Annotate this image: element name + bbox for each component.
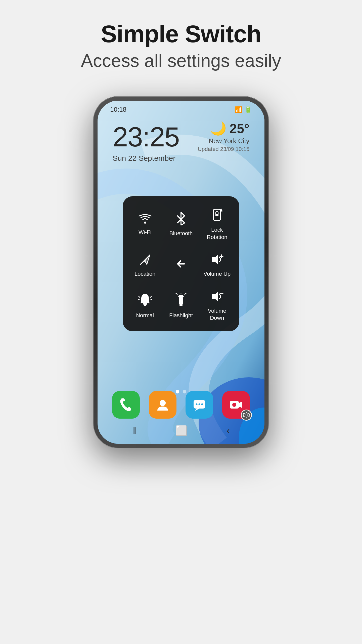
volume-down-label: Volume Down [202, 307, 232, 322]
weather-widget: 🌙 25° New York City Updated 23/09 10:15 [198, 121, 249, 152]
app-contacts[interactable] [149, 391, 176, 419]
quick-controls-panel: Wi-Fi Bluetooth [123, 196, 239, 331]
svg-point-20 [160, 400, 166, 406]
volume-up-icon [210, 253, 224, 268]
normal-bell-icon [138, 293, 152, 309]
weather-city: New York City [198, 137, 249, 145]
nav-home[interactable]: ⬜ [175, 425, 187, 436]
wifi-icon [138, 213, 152, 226]
svg-line-16 [176, 293, 177, 294]
signal-icon: 📶 [235, 106, 242, 113]
volume-up-label: Volume Up [204, 270, 231, 278]
status-bar: 10:18 📶 🔋 [98, 101, 264, 116]
bluetooth-icon [176, 211, 186, 227]
normal-label: Normal [136, 312, 154, 319]
location-icon [139, 253, 151, 268]
flashlight-icon [175, 293, 187, 309]
status-time: 10:18 [110, 106, 126, 113]
quick-normal[interactable]: Normal [128, 284, 162, 326]
flashlight-label: Flashlight [169, 312, 193, 319]
svg-line-12 [150, 296, 151, 297]
page-header: Simple Switch Access all settings easily [81, 20, 281, 71]
nav-back[interactable]: ‹ [227, 425, 230, 436]
moon-icon: 🌙 [210, 121, 227, 136]
quick-volume-down[interactable]: Volume Down [200, 284, 234, 326]
svg-rect-18 [179, 304, 183, 306]
svg-point-26 [232, 403, 236, 407]
battery-icon: 🔋 [244, 106, 252, 113]
dock-apps [108, 391, 254, 419]
app-phone[interactable] [112, 391, 140, 419]
phone-shell: 10:18 📶 🔋 23:25 Sun 22 September 🌙 25° N… [93, 96, 269, 448]
lock-rotation-label: Lock Rotation [202, 226, 232, 241]
svg-rect-6 [215, 214, 218, 216]
bottom-nav-bar: ⦀ ⬜ ‹ [98, 425, 264, 436]
quick-flashlight[interactable]: Flashlight [164, 284, 198, 326]
bluetooth-label: Bluetooth [169, 230, 193, 237]
status-icons: 📶 🔋 [235, 106, 252, 113]
svg-point-24 [201, 404, 203, 405]
main-title: Simple Switch [81, 20, 281, 48]
volume-down-icon [210, 290, 224, 305]
location-label: Location [134, 270, 155, 278]
svg-line-17 [185, 293, 186, 294]
settings-gear-badge [241, 410, 252, 421]
app-settings-overlay[interactable] [222, 391, 250, 419]
quick-volume-up[interactable]: Volume Up [200, 247, 234, 282]
weather-updated: Updated 23/09 10:15 [198, 146, 249, 152]
quick-back-arrow[interactable] [164, 247, 198, 282]
svg-line-10 [139, 296, 140, 297]
svg-point-23 [199, 404, 200, 405]
phone-container: 10:18 📶 🔋 23:25 Sun 22 September 🌙 25° N… [93, 96, 269, 448]
svg-point-22 [196, 404, 198, 405]
wifi-label: Wi-Fi [139, 229, 151, 236]
lock-rotation-icon [211, 208, 223, 224]
back-arrow-icon [174, 257, 188, 271]
svg-rect-14 [179, 297, 183, 304]
phone-screen: 10:18 📶 🔋 23:25 Sun 22 September 🌙 25° N… [98, 101, 264, 444]
main-subtitle: Access all settings easily [81, 50, 281, 71]
app-messages[interactable] [186, 391, 213, 419]
main-date-display: Sun 22 September [113, 154, 249, 163]
quick-bluetooth[interactable]: Bluetooth [164, 201, 198, 245]
weather-temp: 25° [230, 121, 249, 136]
svg-point-3 [144, 222, 146, 224]
quick-location[interactable]: Location [128, 247, 162, 282]
quick-wifi[interactable]: Wi-Fi [128, 201, 162, 245]
nav-recents[interactable]: ⦀ [132, 425, 136, 436]
quick-lock-rotation[interactable]: Lock Rotation [200, 201, 234, 245]
svg-point-28 [245, 414, 248, 416]
